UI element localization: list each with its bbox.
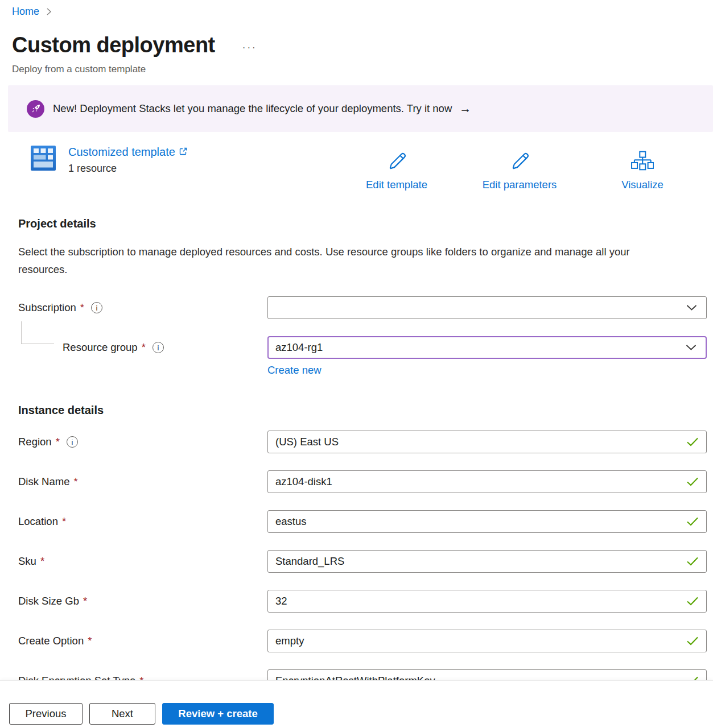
create-option-label: Create Option * bbox=[18, 630, 267, 652]
form-row-location: Location * eastus bbox=[0, 510, 713, 533]
edit-parameters-label: Edit parameters bbox=[483, 179, 557, 191]
edit-template-button[interactable]: Edit template bbox=[351, 149, 442, 191]
required-marker: * bbox=[83, 590, 87, 613]
sku-value: Standard_LRS bbox=[275, 555, 344, 568]
location-value: eastus bbox=[275, 515, 307, 528]
subscription-dropdown[interactable] bbox=[267, 296, 707, 319]
breadcrumb-chevron-icon bbox=[46, 7, 52, 16]
page-title: Custom deployment bbox=[12, 32, 215, 58]
required-marker: * bbox=[73, 470, 77, 493]
edit-parameters-button[interactable]: Edit parameters bbox=[474, 149, 565, 191]
region-value: (US) East US bbox=[275, 436, 339, 448]
create-option-input[interactable]: empty bbox=[267, 630, 707, 652]
breadcrumb-home-link[interactable]: Home bbox=[12, 6, 39, 18]
review-create-button[interactable]: Review + create bbox=[162, 703, 274, 725]
required-marker: * bbox=[62, 510, 66, 533]
visualize-hierarchy-icon bbox=[631, 149, 654, 176]
resource-group-value: az104-rg1 bbox=[275, 341, 323, 354]
region-input[interactable]: (US) East US bbox=[267, 431, 707, 453]
customized-template-link[interactable]: Customized template bbox=[68, 145, 188, 159]
info-icon[interactable]: i bbox=[67, 436, 78, 448]
more-options-button[interactable]: ··· bbox=[242, 42, 257, 53]
next-button[interactable]: Next bbox=[89, 703, 155, 725]
visualize-button[interactable]: Visualize bbox=[597, 149, 688, 191]
info-icon[interactable]: i bbox=[153, 342, 164, 353]
disk-name-value: az104-disk1 bbox=[275, 475, 332, 488]
chevron-down-icon bbox=[686, 345, 696, 351]
region-label: Region * i bbox=[18, 431, 267, 453]
resource-group-label: Resource group * i bbox=[18, 336, 267, 359]
form-row-region: Region * i (US) East US bbox=[0, 431, 713, 453]
required-marker: * bbox=[88, 630, 92, 652]
valid-check-icon bbox=[686, 517, 699, 527]
location-input[interactable]: eastus bbox=[267, 510, 707, 533]
form-row-disk-size-gb: Disk Size Gb * 32 bbox=[0, 590, 713, 613]
project-details-heading: Project details bbox=[18, 216, 713, 231]
disk-name-label: Disk Name * bbox=[18, 470, 267, 493]
sku-input[interactable]: Standard_LRS bbox=[267, 550, 707, 573]
template-icon bbox=[30, 145, 56, 171]
edit-pencil-icon bbox=[508, 149, 531, 176]
required-marker: * bbox=[142, 336, 146, 359]
disk-size-gb-label: Disk Size Gb * bbox=[18, 590, 267, 613]
subscription-connector-line bbox=[21, 321, 54, 344]
form-row-disk-name: Disk Name * az104-disk1 bbox=[0, 470, 713, 493]
page-subtitle: Deploy from a custom template bbox=[12, 63, 713, 76]
template-name: Customized template bbox=[68, 145, 175, 159]
arrow-right-icon: → bbox=[459, 102, 471, 115]
sku-label: Sku * bbox=[18, 550, 267, 573]
previous-button[interactable]: Previous bbox=[9, 703, 83, 725]
external-link-icon bbox=[179, 145, 188, 159]
wizard-footer: Previous Next Review + create bbox=[0, 680, 713, 728]
banner-message: New! Deployment Stacks let you manage th… bbox=[53, 102, 452, 115]
valid-check-icon bbox=[686, 597, 699, 606]
disk-size-gb-input[interactable]: 32 bbox=[267, 590, 707, 613]
resource-count: 1 resource bbox=[68, 163, 188, 175]
disk-size-gb-value: 32 bbox=[275, 595, 287, 607]
required-marker: * bbox=[80, 296, 84, 319]
project-details-description: Select the subscription to manage deploy… bbox=[18, 243, 678, 278]
required-marker: * bbox=[40, 550, 44, 573]
form-row-subscription: Subscription * i bbox=[0, 296, 713, 319]
visualize-label: Visualize bbox=[621, 179, 663, 191]
resource-group-dropdown[interactable]: az104-rg1 bbox=[267, 336, 707, 359]
valid-check-icon bbox=[686, 477, 699, 487]
deployment-stacks-banner[interactable]: New! Deployment Stacks let you manage th… bbox=[8, 85, 713, 132]
chevron-down-icon bbox=[686, 305, 697, 311]
create-option-value: empty bbox=[275, 635, 304, 647]
location-label: Location * bbox=[18, 510, 267, 533]
form-row-sku: Sku * Standard_LRS bbox=[0, 550, 713, 573]
valid-check-icon bbox=[686, 636, 699, 646]
valid-check-icon bbox=[686, 557, 699, 566]
instance-details-heading: Instance details bbox=[18, 402, 713, 418]
edit-pencil-icon bbox=[385, 149, 408, 176]
breadcrumb: Home bbox=[12, 5, 713, 18]
valid-check-icon bbox=[686, 437, 699, 447]
required-marker: * bbox=[56, 431, 60, 453]
rocket-icon bbox=[27, 100, 44, 118]
form-row-create-option: Create Option * empty bbox=[0, 630, 713, 652]
info-icon[interactable]: i bbox=[91, 302, 102, 313]
disk-name-input[interactable]: az104-disk1 bbox=[267, 470, 707, 493]
create-new-link[interactable]: Create new bbox=[267, 364, 322, 377]
form-row-resource-group: Resource group * i az104-rg1 Create new bbox=[0, 336, 713, 377]
subscription-label: Subscription * i bbox=[18, 296, 267, 319]
edit-template-label: Edit template bbox=[366, 179, 427, 191]
template-summary: Customized template 1 resource Edit temp… bbox=[30, 145, 713, 191]
